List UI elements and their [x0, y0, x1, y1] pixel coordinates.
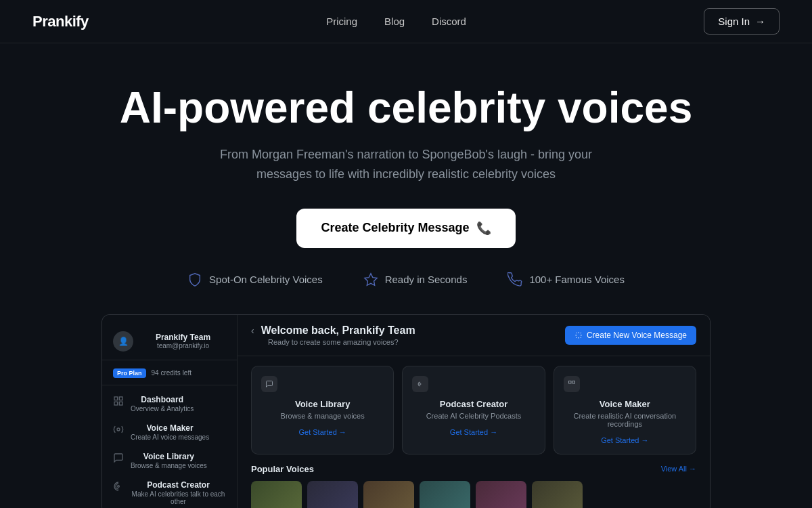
voice-thumb-2[interactable] [307, 481, 358, 508]
create-btn-label: Create New Voice Message [587, 331, 687, 340]
voice-thumb-5[interactable] [476, 481, 526, 508]
feature-ready-seconds: Ready in Seconds [363, 272, 468, 287]
phone-icon-feature [508, 272, 522, 287]
feature-label-3: 100+ Famous Voices [529, 274, 625, 285]
sign-in-button[interactable]: Sign In → [704, 8, 780, 35]
sidebar-voice-library-sublabel: Browse & manage voices [131, 462, 207, 469]
sidebar-voice-maker-label: Voice Maker [131, 423, 209, 433]
sidebar-voice-library-label: Voice Library [131, 452, 207, 461]
dashboard-header: ‹ Welcome back, Prankify Team Ready to c… [238, 315, 710, 356]
welcome-subtitle: Ready to create some amazing voices? [251, 338, 415, 346]
svg-rect-2 [119, 397, 122, 400]
sidebar-plan: Pro Plan 94 credits left [102, 366, 237, 385]
card-podcast-sub: Create AI Celebrity Podcasts [412, 412, 535, 420]
back-arrow-icon: ‹ [251, 325, 254, 336]
card-voice-maker: Voice Maker Create realistic AI conversa… [554, 366, 696, 454]
feature-celebrity-voices: Spot-On Celebrity Voices [187, 272, 323, 287]
popular-header: Popular Voices View All → [251, 464, 696, 474]
welcome-title: Welcome back, Prankify Team [261, 324, 415, 337]
voice-maker-icon [113, 424, 124, 435]
svg-point-7 [420, 383, 421, 385]
sidebar-dashboard-label: Dashboard [131, 395, 194, 404]
nav-blog[interactable]: Blog [384, 16, 405, 27]
popular-voices-section: Popular Voices View All → [238, 464, 710, 508]
card-voice-maker-sub: Create realistic AI conversation recordi… [564, 412, 686, 428]
dashboard-preview: 👤 Prankify Team team@prankify.io Pro Pla… [102, 314, 710, 508]
cta-button[interactable]: Create Celebrity Message 📞 [296, 209, 515, 248]
nav-pricing[interactable]: Pricing [326, 16, 357, 27]
voice-maker-card-icon [564, 376, 580, 392]
create-voice-button[interactable]: Create New Voice Message [565, 326, 696, 345]
feature-famous-voices: 100+ Famous Voices [508, 272, 625, 287]
user-email: team@prankify.io [140, 342, 226, 350]
svg-marker-0 [364, 274, 376, 285]
sidebar-item-voice-maker[interactable]: Voice Maker Create AI voice messages [102, 418, 237, 446]
voice-thumb-3[interactable] [363, 481, 414, 508]
voice-thumb-6[interactable] [532, 481, 583, 508]
card-voice-maker-link[interactable]: Get Started → [564, 436, 686, 444]
view-all-link[interactable]: View All → [661, 465, 696, 473]
card-voice-library-title: Voice Library [261, 399, 384, 409]
card-voice-library-link[interactable]: Get Started → [261, 428, 384, 436]
card-voice-library-sub: Browse & manage voices [261, 412, 384, 420]
podcast-icon [113, 481, 124, 492]
sparkle-icon [574, 331, 583, 339]
card-podcast-link[interactable]: Get Started → [412, 428, 535, 436]
features-row: Spot-On Celebrity Voices Ready in Second… [32, 272, 780, 287]
voice-library-icon [113, 452, 124, 463]
dashboard-sidebar: 👤 Prankify Team team@prankify.io Pro Pla… [102, 315, 238, 508]
sidebar-podcast-sublabel: Make AI celebrities talk to each other [131, 490, 226, 505]
sidebar-item-podcast-creator[interactable]: Podcast Creator Make AI celebrities talk… [102, 475, 237, 508]
sidebar-item-dashboard[interactable]: Dashboard Overview & Analytics [102, 389, 237, 418]
shield-icon [187, 272, 202, 287]
nav-discord[interactable]: Discord [432, 16, 466, 27]
sidebar-user-info: 👤 Prankify Team team@prankify.io [102, 326, 237, 360]
cta-label: Create Celebrity Message [321, 221, 469, 235]
avatar: 👤 [113, 331, 133, 352]
card-voice-library: Voice Library Browse & manage voices Get… [251, 366, 394, 454]
svg-rect-1 [114, 397, 118, 400]
popular-title: Popular Voices [251, 464, 314, 474]
user-name: Prankify Team [140, 333, 226, 342]
dashboard-icon [113, 396, 124, 406]
sign-in-arrow-icon: → [755, 16, 765, 27]
sign-in-label: Sign In [718, 16, 750, 27]
phone-icon: 📞 [476, 221, 491, 236]
plan-badge: Pro Plan [113, 368, 146, 378]
card-podcast-creator: Podcast Creator Create AI Celebrity Podc… [402, 366, 545, 454]
svg-point-6 [118, 486, 120, 488]
card-voice-maker-title: Voice Maker [564, 399, 686, 409]
sidebar-voice-maker-sublabel: Create AI voice messages [131, 433, 209, 441]
svg-point-5 [117, 428, 120, 431]
feature-label-2: Ready in Seconds [385, 274, 468, 285]
credits-text: 94 credits left [152, 369, 191, 377]
voice-thumb-4[interactable] [420, 481, 470, 508]
svg-rect-8 [568, 381, 571, 383]
hero-subtitle: From Morgan Freeman's narration to Spong… [203, 145, 609, 184]
navbar: Prankify Pricing Blog Discord Sign In → [0, 0, 812, 43]
svg-rect-3 [119, 402, 122, 405]
svg-rect-4 [114, 402, 118, 405]
voices-row [251, 481, 696, 508]
sidebar-podcast-label: Podcast Creator [131, 480, 226, 490]
podcast-creator-card-icon [412, 376, 428, 392]
hero-title: AI-powered celebrity voices [32, 84, 780, 131]
svg-rect-9 [572, 381, 575, 383]
nav-links: Pricing Blog Discord [326, 16, 466, 27]
logo: Prankify [32, 13, 89, 30]
card-podcast-title: Podcast Creator [412, 399, 535, 409]
voice-thumb-1[interactable] [251, 481, 302, 508]
sidebar-dashboard-sublabel: Overview & Analytics [131, 405, 194, 412]
sidebar-item-voice-library[interactable]: Voice Library Browse & manage voices [102, 446, 237, 475]
voice-library-card-icon [261, 376, 277, 392]
feature-label-1: Spot-On Celebrity Voices [209, 274, 323, 285]
hero-section: AI-powered celebrity voices From Morgan … [0, 43, 812, 508]
star-icon [363, 272, 378, 287]
cards-row: Voice Library Browse & manage voices Get… [238, 356, 710, 464]
dashboard-main: ‹ Welcome back, Prankify Team Ready to c… [238, 315, 710, 508]
